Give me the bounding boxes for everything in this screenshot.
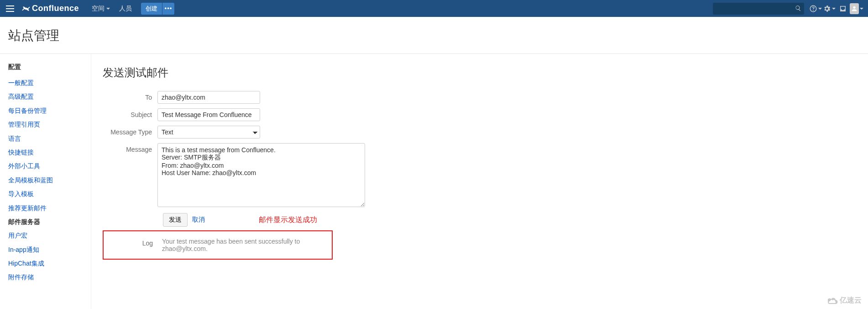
- sidebar-item[interactable]: 附件存储: [8, 270, 85, 284]
- chevron-down-icon: [106, 8, 110, 10]
- chevron-down-icon: [818, 8, 822, 10]
- cancel-button[interactable]: 取消: [192, 216, 205, 224]
- gear-icon[interactable]: [822, 0, 836, 17]
- sidebar-item[interactable]: 一般配置: [8, 76, 85, 90]
- sidebar-heading: 配置: [8, 63, 85, 71]
- send-button[interactable]: 发送: [163, 213, 188, 227]
- sidebar-item[interactable]: HipChat集成: [8, 256, 85, 270]
- form-actions: 发送 取消 邮件显示发送成功: [163, 213, 859, 227]
- chevron-down-icon: [832, 8, 836, 10]
- watermark-text: 亿速云: [840, 296, 862, 305]
- msgtype-select[interactable]: Text: [157, 126, 260, 139]
- nav-people-label: 人员: [119, 5, 132, 13]
- chevron-down-icon: [860, 8, 863, 10]
- message-label: Message: [103, 143, 157, 153]
- sidebar-list: 一般配置高级配置每日备份管理管理引用页语言快捷链接外部小工具全局模板和蓝图导入模…: [8, 76, 85, 284]
- help-icon[interactable]: [809, 0, 822, 17]
- nav-people[interactable]: 人员: [115, 0, 136, 17]
- sidebar-item[interactable]: 全局模板和蓝图: [8, 173, 85, 187]
- subject-input[interactable]: [157, 108, 260, 121]
- sidebar-item[interactable]: In-app通知: [8, 243, 85, 256]
- sidebar-item[interactable]: 语言: [8, 132, 85, 145]
- log-output: Your test message has been sent successf…: [158, 235, 332, 255]
- log-label: Log: [104, 235, 158, 247]
- form-row-message: Message: [103, 143, 859, 208]
- confluence-logo-icon: [22, 5, 30, 13]
- sidebar-item[interactable]: 导入模板: [8, 187, 85, 201]
- form-row-msgtype: Message Type Text: [103, 126, 859, 139]
- cloud-icon: [828, 298, 838, 304]
- sidebar-item[interactable]: 高级配置: [8, 90, 85, 103]
- sidebar-item[interactable]: 管理引用页: [8, 117, 85, 131]
- page-title: 站点管理: [0, 17, 868, 54]
- sidebar-item[interactable]: 快捷链接: [8, 145, 85, 159]
- create-more-button[interactable]: •••: [162, 3, 174, 15]
- log-highlight: Log Your test message has been sent succ…: [103, 230, 333, 260]
- logo-text: Confluence: [32, 4, 79, 13]
- sidebar-item[interactable]: 用户宏: [8, 229, 85, 242]
- create-button[interactable]: 创建: [141, 3, 162, 15]
- search-wrap: [713, 3, 804, 15]
- form-row-subject: Subject: [103, 108, 859, 121]
- success-annotation: 邮件显示发送成功: [259, 215, 317, 225]
- to-label: To: [103, 91, 157, 101]
- nav-spaces-label: 空间: [92, 5, 105, 13]
- search-icon[interactable]: [795, 5, 801, 13]
- avatar-icon: [850, 3, 859, 14]
- subject-label: Subject: [103, 108, 157, 118]
- sidebar-item[interactable]: 邮件服务器: [8, 215, 85, 229]
- main-layout: 配置 一般配置高级配置每日备份管理管理引用页语言快捷链接外部小工具全局模板和蓝图…: [0, 54, 868, 309]
- sidebar-item[interactable]: 每日备份管理: [8, 104, 85, 117]
- to-input[interactable]: [157, 91, 260, 104]
- top-nav: Confluence 空间 人员 创建 •••: [0, 0, 868, 17]
- sidebar-item[interactable]: 外部小工具: [8, 159, 85, 173]
- search-input[interactable]: [713, 3, 804, 15]
- sidebar: 配置 一般配置高级配置每日备份管理管理引用页语言快捷链接外部小工具全局模板和蓝图…: [0, 54, 91, 309]
- profile-menu[interactable]: [850, 0, 863, 17]
- confluence-logo[interactable]: Confluence: [22, 4, 79, 13]
- nav-spaces[interactable]: 空间: [87, 0, 115, 17]
- main-content: 发送测试邮件 To Subject Message Type Text Mess…: [91, 54, 868, 309]
- sidebar-item[interactable]: 推荐更新邮件: [8, 201, 85, 215]
- watermark: 亿速云: [828, 296, 862, 305]
- msgtype-label: Message Type: [103, 126, 157, 136]
- message-textarea[interactable]: [157, 143, 365, 207]
- main-heading: 发送测试邮件: [103, 65, 859, 80]
- hamburger-icon[interactable]: [5, 3, 16, 14]
- form-row-to: To: [103, 91, 859, 104]
- inbox-icon[interactable]: [836, 0, 850, 17]
